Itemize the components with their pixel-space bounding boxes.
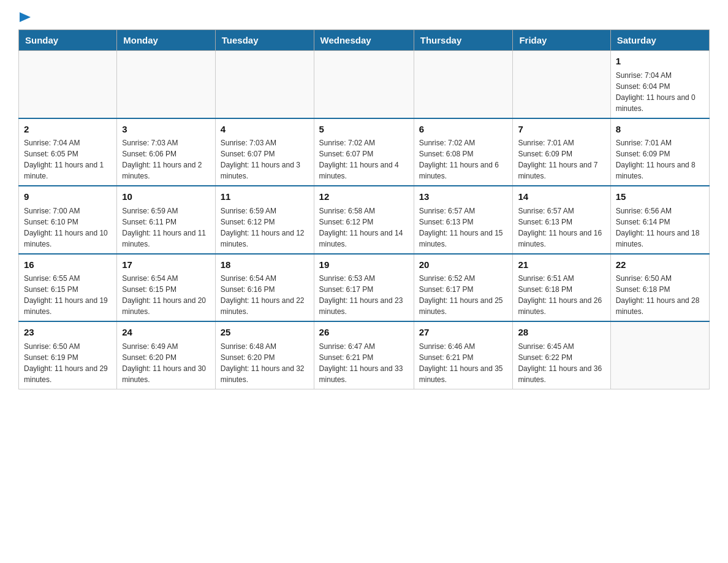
sunset-text: Sunset: 6:17 PM xyxy=(419,285,474,294)
sunrise-text: Sunrise: 6:59 AM xyxy=(221,207,276,215)
daylight-text: Daylight: 11 hours and 1 minute. xyxy=(24,161,104,180)
day-number: 1 xyxy=(616,55,704,69)
sunset-text: Sunset: 6:19 PM xyxy=(24,353,78,362)
sunset-text: Sunset: 6:20 PM xyxy=(221,353,275,362)
sunrise-text: Sunrise: 6:50 AM xyxy=(24,342,80,351)
calendar-day-cell: 25Sunrise: 6:48 AMSunset: 6:20 PMDayligh… xyxy=(215,321,314,389)
daylight-text: Daylight: 11 hours and 23 minutes. xyxy=(319,296,403,316)
sunrise-text: Sunrise: 7:04 AM xyxy=(616,71,672,80)
calendar-day-cell: 12Sunrise: 6:58 AMSunset: 6:12 PMDayligh… xyxy=(314,186,414,254)
day-number: 26 xyxy=(319,326,409,340)
logo-arrow-icon xyxy=(20,12,31,22)
sunrise-text: Sunrise: 7:02 AM xyxy=(419,139,475,147)
day-number: 15 xyxy=(616,190,704,204)
calendar-day-cell: 5Sunrise: 7:02 AMSunset: 6:07 PMDaylight… xyxy=(314,118,414,186)
sunrise-text: Sunrise: 6:52 AM xyxy=(419,274,475,283)
daylight-text: Daylight: 11 hours and 14 minutes. xyxy=(319,229,403,248)
calendar-week-row: 16Sunrise: 6:55 AMSunset: 6:15 PMDayligh… xyxy=(19,254,710,322)
calendar-day-cell: 27Sunrise: 6:46 AMSunset: 6:21 PMDayligh… xyxy=(414,321,513,389)
sunset-text: Sunset: 6:05 PM xyxy=(24,150,78,158)
calendar-week-row: 23Sunrise: 6:50 AMSunset: 6:19 PMDayligh… xyxy=(19,321,710,389)
logo xyxy=(18,12,31,23)
sunset-text: Sunset: 6:21 PM xyxy=(419,353,474,362)
daylight-text: Daylight: 11 hours and 19 minutes. xyxy=(24,296,108,316)
daylight-text: Daylight: 11 hours and 8 minutes. xyxy=(616,161,696,180)
day-number: 17 xyxy=(122,258,210,272)
calendar-day-cell: 16Sunrise: 6:55 AMSunset: 6:15 PMDayligh… xyxy=(19,254,117,322)
day-number: 9 xyxy=(24,190,112,204)
sunrise-text: Sunrise: 6:45 AM xyxy=(518,342,574,351)
sunrise-text: Sunrise: 7:03 AM xyxy=(221,139,276,147)
sunset-text: Sunset: 6:07 PM xyxy=(319,150,374,158)
day-number: 18 xyxy=(221,258,309,272)
sunset-text: Sunset: 6:15 PM xyxy=(24,285,78,294)
sunset-text: Sunset: 6:12 PM xyxy=(221,218,275,226)
calendar-day-cell: 6Sunrise: 7:02 AMSunset: 6:08 PMDaylight… xyxy=(414,118,513,186)
daylight-text: Daylight: 11 hours and 2 minutes. xyxy=(122,161,202,180)
sunrise-text: Sunrise: 7:01 AM xyxy=(616,139,672,147)
day-number: 10 xyxy=(122,190,210,204)
daylight-text: Daylight: 11 hours and 25 minutes. xyxy=(419,296,503,316)
daylight-text: Daylight: 11 hours and 7 minutes. xyxy=(518,161,597,180)
day-number: 14 xyxy=(518,190,605,204)
sunset-text: Sunset: 6:13 PM xyxy=(419,218,474,226)
day-number: 16 xyxy=(24,258,112,272)
day-number: 6 xyxy=(419,123,508,137)
day-header-thursday: Thursday xyxy=(414,30,513,51)
day-number: 12 xyxy=(319,190,409,204)
calendar-day-cell: 21Sunrise: 6:51 AMSunset: 6:18 PMDayligh… xyxy=(513,254,610,322)
sunrise-text: Sunrise: 6:54 AM xyxy=(221,274,276,283)
sunrise-text: Sunrise: 6:47 AM xyxy=(319,342,375,351)
calendar-header-row: SundayMondayTuesdayWednesdayThursdayFrid… xyxy=(19,30,710,51)
day-number: 21 xyxy=(518,258,605,272)
day-number: 2 xyxy=(24,123,112,137)
day-number: 11 xyxy=(221,190,309,204)
calendar-day-cell: 20Sunrise: 6:52 AMSunset: 6:17 PMDayligh… xyxy=(414,254,513,322)
sunset-text: Sunset: 6:15 PM xyxy=(122,285,176,294)
calendar-day-cell: 1Sunrise: 7:04 AMSunset: 6:04 PMDaylight… xyxy=(610,51,709,118)
calendar-day-cell xyxy=(19,51,117,118)
day-number: 13 xyxy=(419,190,508,204)
day-header-sunday: Sunday xyxy=(19,30,117,51)
svg-marker-0 xyxy=(20,12,31,22)
daylight-text: Daylight: 11 hours and 4 minutes. xyxy=(319,161,399,180)
sunset-text: Sunset: 6:12 PM xyxy=(319,218,374,226)
sunset-text: Sunset: 6:22 PM xyxy=(518,353,572,362)
day-header-friday: Friday xyxy=(513,30,610,51)
sunset-text: Sunset: 6:10 PM xyxy=(24,218,78,226)
day-number: 28 xyxy=(518,326,605,340)
day-number: 24 xyxy=(122,326,210,340)
day-header-tuesday: Tuesday xyxy=(215,30,314,51)
day-number: 22 xyxy=(616,258,704,272)
day-number: 8 xyxy=(616,123,704,137)
calendar-day-cell: 19Sunrise: 6:53 AMSunset: 6:17 PMDayligh… xyxy=(314,254,414,322)
day-number: 23 xyxy=(24,326,112,340)
day-number: 19 xyxy=(319,258,409,272)
day-number: 7 xyxy=(518,123,605,137)
calendar-day-cell: 7Sunrise: 7:01 AMSunset: 6:09 PMDaylight… xyxy=(513,118,610,186)
sunset-text: Sunset: 6:21 PM xyxy=(319,353,374,362)
calendar-day-cell: 22Sunrise: 6:50 AMSunset: 6:18 PMDayligh… xyxy=(610,254,709,322)
sunrise-text: Sunrise: 6:53 AM xyxy=(319,274,375,283)
calendar-day-cell: 9Sunrise: 7:00 AMSunset: 6:10 PMDaylight… xyxy=(19,186,117,254)
page-header xyxy=(18,12,710,23)
calendar-day-cell: 11Sunrise: 6:59 AMSunset: 6:12 PMDayligh… xyxy=(215,186,314,254)
sunrise-text: Sunrise: 6:49 AM xyxy=(122,342,178,351)
sunset-text: Sunset: 6:06 PM xyxy=(122,150,176,158)
calendar-day-cell: 3Sunrise: 7:03 AMSunset: 6:06 PMDaylight… xyxy=(117,118,216,186)
daylight-text: Daylight: 11 hours and 16 minutes. xyxy=(518,229,602,248)
day-number: 25 xyxy=(221,326,309,340)
sunset-text: Sunset: 6:13 PM xyxy=(518,218,572,226)
day-header-wednesday: Wednesday xyxy=(314,30,414,51)
daylight-text: Daylight: 11 hours and 29 minutes. xyxy=(24,364,108,384)
sunset-text: Sunset: 6:16 PM xyxy=(221,285,275,294)
sunrise-text: Sunrise: 6:50 AM xyxy=(616,274,672,283)
sunrise-text: Sunrise: 6:46 AM xyxy=(419,342,475,351)
sunrise-text: Sunrise: 6:56 AM xyxy=(616,207,672,215)
calendar-day-cell: 24Sunrise: 6:49 AMSunset: 6:20 PMDayligh… xyxy=(117,321,216,389)
day-number: 3 xyxy=(122,123,210,137)
calendar-day-cell xyxy=(610,321,709,389)
sunset-text: Sunset: 6:08 PM xyxy=(419,150,474,158)
calendar-day-cell xyxy=(414,51,513,118)
sunset-text: Sunset: 6:04 PM xyxy=(616,82,670,91)
